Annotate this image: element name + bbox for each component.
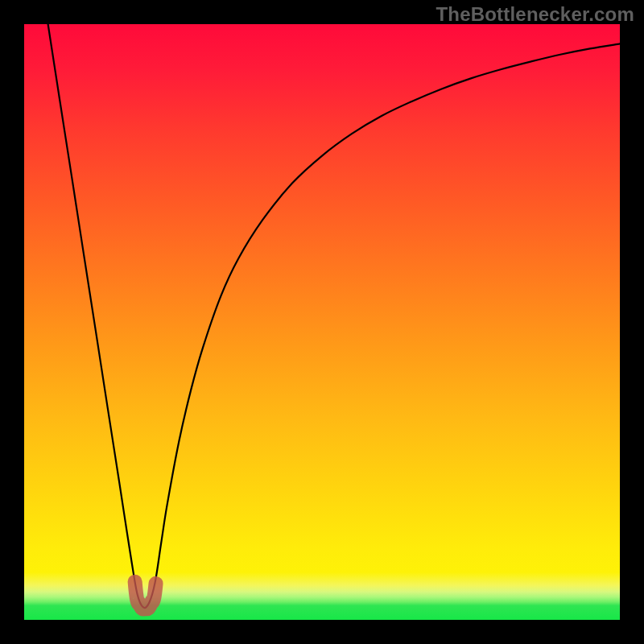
watermark-text: TheBottlenecker.com [436,3,634,26]
curve-svg [24,24,620,620]
chart-stage: TheBottlenecker.com [0,0,644,644]
bottleneck-curve [48,24,620,608]
plot-area [24,24,620,620]
valley-marker [135,582,156,609]
